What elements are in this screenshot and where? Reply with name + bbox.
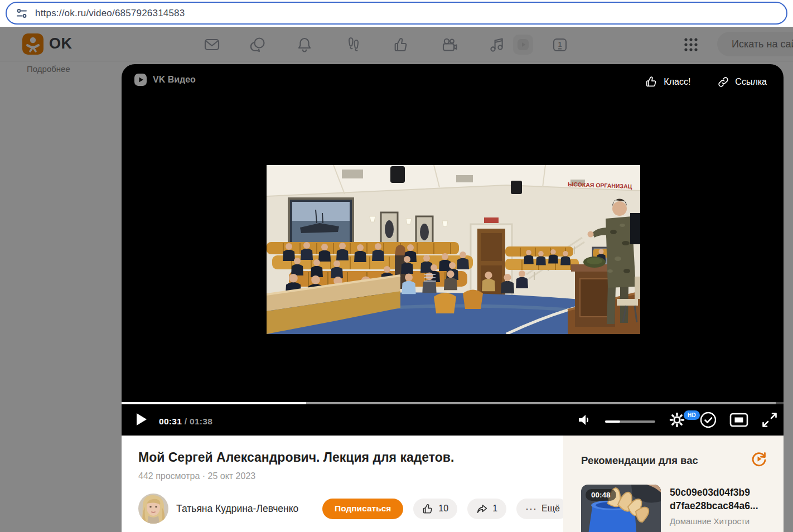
recommendation-channel[interactable]: Домашние Хитрости bbox=[670, 516, 758, 526]
video-modal: VK Видео Класс! Ссылка bbox=[122, 64, 784, 532]
time-current: 00:31 bbox=[159, 417, 182, 426]
play-button[interactable] bbox=[136, 413, 147, 426]
ellipsis-icon: ··· bbox=[525, 506, 537, 511]
progress-played bbox=[122, 402, 306, 404]
gear-icon bbox=[669, 412, 685, 428]
video-title: Мой Сергей Александрович. Лекция для кад… bbox=[138, 450, 454, 465]
share-button[interactable]: 1 bbox=[467, 499, 506, 519]
author-name[interactable]: Татьяна Кудрина-Левченко bbox=[176, 503, 322, 515]
recommendations-panel: Рекомендации для вас bbox=[563, 436, 784, 532]
recommendation-title-line1: 50c09e03d04f3b9 bbox=[670, 486, 758, 499]
volume-level bbox=[605, 420, 620, 423]
vk-video-logo-icon bbox=[134, 73, 147, 86]
browser-bar: https://ok.ru/video/6857926314583 bbox=[0, 0, 793, 27]
address-bar[interactable]: https://ok.ru/video/6857926314583 bbox=[6, 2, 787, 25]
avatar[interactable] bbox=[138, 494, 168, 524]
views-count: 442 просмотра bbox=[138, 471, 200, 481]
publish-date: 25 окт 2023 bbox=[208, 471, 256, 481]
player-controls: 00:31 / 01:38 bbox=[122, 404, 784, 436]
duration-badge: 00:48 bbox=[586, 489, 616, 501]
hd-quality-badge: HD bbox=[684, 410, 700, 420]
player-like-button[interactable]: Класс! bbox=[645, 75, 690, 88]
vk-video-brand-label: VK Видео bbox=[153, 75, 196, 85]
more-button[interactable]: ··· Ещё bbox=[516, 499, 569, 519]
url-text[interactable]: https://ok.ru/video/6857926314583 bbox=[35, 8, 185, 19]
subscribe-button[interactable]: Подписаться bbox=[322, 499, 403, 519]
volume-icon bbox=[578, 413, 592, 427]
check-circle-icon bbox=[699, 411, 717, 429]
recommendation-item[interactable]: 00:48 50c09e03d04f3b9 d7fae28bcac84a6...… bbox=[581, 485, 758, 532]
recommendation-title-line2: d7fae28bcac84a6... bbox=[670, 499, 758, 512]
miniplayer-button[interactable] bbox=[728, 404, 750, 436]
share-count: 1 bbox=[492, 504, 497, 514]
fullscreen-icon bbox=[761, 412, 778, 428]
more-label: Ещё bbox=[541, 504, 560, 514]
volume-slider[interactable] bbox=[605, 420, 655, 423]
video-info-panel: Мой Сергей Александрович. Лекция для кад… bbox=[122, 436, 563, 532]
video-meta: 442 просмотра · 25 окт 2023 bbox=[138, 471, 255, 481]
time-display: 00:31 / 01:38 bbox=[159, 417, 212, 427]
time-total: / 01:38 bbox=[185, 417, 212, 426]
like-count: 10 bbox=[438, 504, 448, 514]
vk-video-brand[interactable]: VK Видео bbox=[134, 73, 196, 86]
recommendations-title: Рекомендации для вас bbox=[581, 454, 698, 467]
thumbs-up-icon bbox=[645, 75, 658, 88]
player-copylink-label: Ссылка bbox=[735, 77, 767, 87]
player-copylink-button[interactable]: Ссылка bbox=[717, 75, 767, 88]
like-button[interactable]: 10 bbox=[413, 499, 457, 519]
player-like-label: Класс! bbox=[664, 77, 690, 87]
vk-video-player: VK Видео Класс! Ссылка bbox=[122, 64, 784, 436]
pip-icon bbox=[729, 413, 748, 427]
link-icon bbox=[717, 76, 729, 88]
recommendation-thumbnail[interactable]: 00:48 bbox=[581, 485, 661, 532]
volume-button[interactable] bbox=[577, 404, 593, 436]
fullscreen-button[interactable] bbox=[760, 404, 780, 436]
tune-icon[interactable] bbox=[16, 7, 28, 20]
author-row: Татьяна Кудрина-Левченко Подписаться 10 … bbox=[138, 494, 569, 524]
thumbs-up-icon bbox=[422, 503, 434, 515]
share-arrow-icon bbox=[476, 503, 488, 515]
meta-separator: · bbox=[202, 471, 205, 481]
watch-later-button[interactable] bbox=[698, 404, 718, 436]
refresh-icon[interactable] bbox=[751, 451, 767, 467]
video-frame[interactable]: ЫСОКАЯ ОРГАНИЗАЦ bbox=[267, 165, 640, 334]
settings-button[interactable] bbox=[667, 404, 687, 436]
avatar-image bbox=[138, 494, 168, 524]
